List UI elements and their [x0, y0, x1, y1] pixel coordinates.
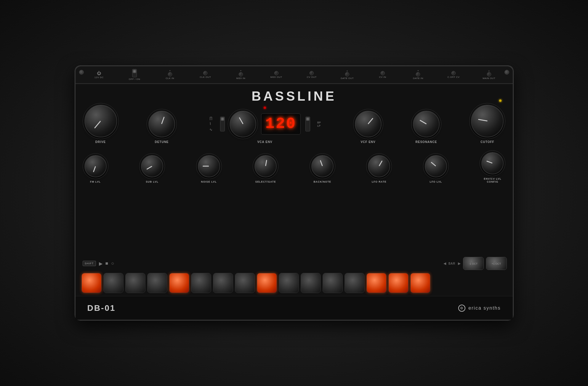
- detune-knob[interactable]: [148, 111, 175, 137]
- step-btn-pattern[interactable]: PATTERN: [410, 273, 430, 293]
- bar-prev-icon[interactable]: ◀: [443, 261, 446, 266]
- port-midi-out: MIDI OUT: [259, 71, 294, 78]
- model-label: DB-01: [87, 303, 116, 313]
- filter-type-labels: BP LP: [317, 121, 321, 127]
- port-main-out: MAIN OUT: [471, 70, 507, 80]
- step-btn-transp[interactable]: TRANSP: [213, 273, 233, 293]
- port-coff-cv: C.OFF CV: [436, 71, 471, 78]
- brand-icon: ⚙: [458, 305, 465, 312]
- step-btn-clear[interactable]: CLEAR: [323, 273, 343, 293]
- vcf-led: [499, 99, 502, 102]
- sub-lvl-label: SUB LVL: [146, 180, 158, 183]
- step-buttons-row: ACCSLIDEMODPITCH ENVLAST STEPPLAY MODETR…: [81, 273, 507, 293]
- vcf-env-knob[interactable]: [355, 111, 382, 137]
- play-icon: ▶: [99, 261, 102, 266]
- port-clk-out: CLK OUT: [188, 71, 223, 78]
- drive-label: DRIVE: [95, 140, 106, 144]
- filter-toggle[interactable]: [305, 117, 310, 131]
- bar-next-icon[interactable]: ▶: [458, 261, 461, 266]
- env-cv-lvl-knob[interactable]: [481, 152, 504, 174]
- synth-device: ⏻ 12V DC OFF / ON CLK IN CLK OUT MIDI IN: [75, 66, 513, 320]
- port-clk-in: CLK IN: [152, 70, 188, 80]
- lfo-lvl-label: LFO LVL: [430, 180, 442, 183]
- port-gate-in: GATE IN: [400, 70, 436, 80]
- cutoff-label: CUTOFF: [480, 140, 494, 144]
- main-face: BASSLINE DRIVE DETUNE: [76, 83, 513, 296]
- detune-label: DETUNE: [155, 140, 169, 144]
- lfo-lvl-control: LFO LVL: [425, 155, 447, 183]
- port-power: ⏻ 12V DC: [81, 71, 117, 79]
- step-btn-slide[interactable]: SLIDE: [103, 273, 124, 293]
- noise-lvl-label: NOISE LVL: [201, 180, 217, 183]
- step-btn-last-step[interactable]: LAST STEP: [169, 273, 189, 293]
- lfo-rate-knob[interactable]: [368, 155, 390, 177]
- port-power-switch[interactable]: OFF / ON: [117, 69, 152, 81]
- bpm-value: 120: [265, 116, 297, 132]
- brand-logo: ⚙ erica synths: [458, 305, 501, 312]
- bottom-knobs-row: FM LVL SUB LVL NOISE LVL: [84, 152, 504, 183]
- step-btn-pitch-env[interactable]: PITCH ENV: [147, 273, 167, 293]
- drive-knob[interactable]: [84, 105, 117, 137]
- noise-lvl-control: NOISE LVL: [198, 155, 220, 183]
- cutoff-knob[interactable]: [471, 105, 504, 137]
- bar-label: BAR: [448, 262, 456, 265]
- screw-tr: [504, 70, 509, 75]
- cutoff-control: CUTOFF: [471, 105, 504, 144]
- select-gate-knob[interactable]: [254, 155, 277, 177]
- vcf-env-label: VCF ENV: [361, 140, 375, 144]
- sub-lvl-control: SUB LVL: [141, 155, 163, 183]
- vca-env-knob[interactable]: [230, 111, 256, 137]
- fm-lvl-label: FM LVL: [90, 180, 101, 183]
- step-btn-play-mode[interactable]: PLAY MODE: [191, 273, 211, 293]
- device-title: BASSLINE: [251, 89, 336, 104]
- lfo-rate-control: LFO RATE: [368, 155, 390, 183]
- top-knobs-row: DRIVE DETUNE: [84, 105, 504, 144]
- step-btn-bank[interactable]: BANK: [388, 273, 408, 293]
- fm-lvl-knob[interactable]: [84, 155, 107, 177]
- oct-plus-button[interactable]: +1 OCT: [486, 257, 507, 270]
- step-btn-mod[interactable]: MOD: [125, 273, 145, 293]
- brand-name: erica synths: [468, 305, 501, 311]
- jacks-panel: ⏻ 12V DC OFF / ON CLK IN CLK OUT MIDI IN: [76, 66, 513, 83]
- step-btn-lfo[interactable]: LFO: [279, 273, 299, 293]
- vca-led: [264, 107, 266, 109]
- waveform-selector[interactable]: ∏ ⌇ ∿: [209, 115, 212, 133]
- record-icon: ○: [111, 261, 114, 266]
- step-btn-paste[interactable]: PASTE: [366, 273, 387, 293]
- back-note-knob[interactable]: [311, 155, 334, 177]
- vcf-env-control: VCF ENV: [355, 111, 382, 144]
- step-btn-arpegg[interactable]: ARPEGG: [257, 273, 277, 293]
- step-btn-acc[interactable]: ACC: [81, 273, 102, 293]
- env-cv-lvl-control: ENV/CV LVL CONFIG: [481, 152, 504, 183]
- oct-minus-button[interactable]: -1 OCT: [463, 257, 484, 270]
- lfo-rate-label: LFO RATE: [372, 180, 387, 183]
- vca-env-label: VCA ENV: [257, 140, 273, 144]
- back-note-label: BACK/NOTE: [313, 180, 331, 183]
- bpm-display: 120: [261, 113, 301, 135]
- port-cv-in: CV IN: [365, 71, 400, 78]
- step-btn-scale[interactable]: SCALE: [235, 273, 255, 293]
- noise-lvl-knob[interactable]: [198, 155, 220, 177]
- drive-control: DRIVE: [84, 105, 117, 144]
- port-cv-out: CV OUT: [294, 71, 330, 78]
- waveform-toggle[interactable]: [220, 117, 225, 131]
- env-cv-lvl-label: ENV/CV LVL CONFIG: [484, 177, 501, 183]
- stop-icon: ■: [105, 261, 108, 266]
- select-gate-control: SELECT/GATE: [254, 155, 277, 183]
- step-btn-rnd-patt[interactable]: RND PATT: [301, 273, 321, 293]
- detune-control: DETUNE: [148, 111, 175, 144]
- step-btn-copy[interactable]: COPY: [345, 273, 365, 293]
- shift-button[interactable]: SHIFT: [83, 261, 96, 266]
- select-gate-label: SELECT/GATE: [255, 180, 276, 183]
- lfo-lvl-knob[interactable]: [425, 155, 447, 177]
- screw-tl: [79, 70, 84, 75]
- resonance-control: RESONANCE: [413, 111, 440, 144]
- sub-lvl-knob[interactable]: [141, 155, 163, 177]
- vca-env-control: [230, 111, 256, 137]
- port-gate-out: GATE OUT: [329, 70, 365, 80]
- resonance-knob[interactable]: [413, 111, 440, 137]
- port-midi-in: MIDI IN: [223, 70, 259, 80]
- back-note-control: BACK/NOTE: [311, 155, 334, 183]
- fm-lvl-control: FM LVL: [84, 155, 107, 183]
- bottom-bar: DB-01 ⚙ erica synths: [76, 296, 513, 320]
